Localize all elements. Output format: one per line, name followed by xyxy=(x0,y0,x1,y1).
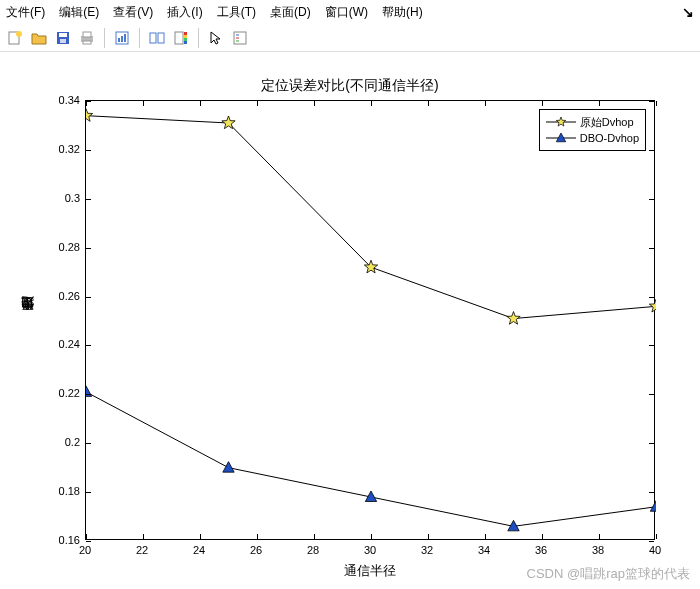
link-icon xyxy=(149,30,165,46)
colorbar-button[interactable] xyxy=(170,27,192,49)
menu-desktop[interactable]: 桌面(D) xyxy=(270,4,311,21)
save-button[interactable] xyxy=(52,27,74,49)
menu-view[interactable]: 查看(V) xyxy=(113,4,153,21)
legend-box[interactable]: 原始DvhopDBO-Dvhop xyxy=(539,109,646,151)
star-marker-icon xyxy=(546,115,576,129)
y-tick-label: 0.16 xyxy=(40,534,80,546)
svg-rect-9 xyxy=(118,38,120,42)
svg-rect-7 xyxy=(83,41,91,44)
menu-tools[interactable]: 工具(T) xyxy=(217,4,256,21)
print-button[interactable] xyxy=(76,27,98,49)
colorbar-icon xyxy=(173,30,189,46)
y-tick-label: 0.24 xyxy=(40,338,80,350)
y-tick-label: 0.28 xyxy=(40,241,80,253)
svg-marker-27 xyxy=(649,299,656,312)
edit-plot-icon xyxy=(114,30,130,46)
chart-title: 定位误差对比(不同通信半径) xyxy=(0,77,700,95)
svg-rect-6 xyxy=(83,32,91,37)
y-tick-label: 0.3 xyxy=(40,192,80,204)
svg-rect-14 xyxy=(175,32,183,44)
svg-marker-23 xyxy=(86,109,93,122)
x-axis-label: 通信半径 xyxy=(85,562,655,580)
print-icon xyxy=(79,30,95,46)
y-tick-label: 0.32 xyxy=(40,143,80,155)
svg-rect-11 xyxy=(124,34,126,42)
svg-marker-29 xyxy=(223,462,234,473)
svg-rect-19 xyxy=(234,32,246,44)
y-tick-label: 0.26 xyxy=(40,290,80,302)
legend-icon xyxy=(232,30,248,46)
x-tick-label: 24 xyxy=(193,544,205,556)
toolbar xyxy=(0,24,700,52)
x-tick-label: 38 xyxy=(592,544,604,556)
y-tick-label: 0.2 xyxy=(40,436,80,448)
triangle-marker-icon xyxy=(546,131,576,145)
dock-arrow-icon[interactable]: ↘ xyxy=(682,4,694,20)
x-tick-label: 26 xyxy=(250,544,262,556)
edit-plot-button[interactable] xyxy=(111,27,133,49)
svg-marker-36 xyxy=(556,133,566,142)
x-tick-label: 40 xyxy=(649,544,661,556)
y-tick-label: 0.34 xyxy=(40,94,80,106)
plot-canvas xyxy=(86,101,656,541)
legend-label: DBO-Dvhop xyxy=(580,132,639,144)
svg-marker-32 xyxy=(650,501,656,512)
svg-rect-13 xyxy=(158,33,164,43)
x-tick-label: 22 xyxy=(136,544,148,556)
svg-marker-24 xyxy=(222,116,235,129)
y-axis-label: 平均定位误差 xyxy=(18,100,36,540)
legend-entry: 原始Dvhop xyxy=(546,114,639,130)
chart-axes[interactable]: 原始DvhopDBO-Dvhop xyxy=(85,100,655,540)
new-figure-icon xyxy=(7,30,23,46)
x-tick-label: 30 xyxy=(364,544,376,556)
y-tick-label: 0.18 xyxy=(40,485,80,497)
new-figure-button[interactable] xyxy=(4,27,26,49)
menu-insert[interactable]: 插入(I) xyxy=(167,4,202,21)
toolbar-separator xyxy=(139,28,140,48)
pointer-button[interactable] xyxy=(205,27,227,49)
svg-marker-26 xyxy=(507,312,520,325)
svg-rect-12 xyxy=(150,33,156,43)
insert-legend-button[interactable] xyxy=(229,27,251,49)
menu-window[interactable]: 窗口(W) xyxy=(325,4,368,21)
save-icon xyxy=(55,30,71,46)
pointer-icon xyxy=(208,30,224,46)
toolbar-separator xyxy=(198,28,199,48)
legend-label: 原始Dvhop xyxy=(580,115,634,130)
x-tick-label: 32 xyxy=(421,544,433,556)
x-tick-label: 36 xyxy=(535,544,547,556)
x-tick-label: 34 xyxy=(478,544,490,556)
legend-entry: DBO-Dvhop xyxy=(546,130,639,146)
svg-marker-34 xyxy=(556,117,566,126)
open-button[interactable] xyxy=(28,27,50,49)
svg-rect-18 xyxy=(184,41,187,44)
y-tick-label: 0.22 xyxy=(40,387,80,399)
menu-edit[interactable]: 编辑(E) xyxy=(59,4,99,21)
svg-rect-17 xyxy=(184,38,187,41)
figure-area: 定位误差对比(不同通信半径) 平均定位误差 通信半径 原始DvhopDBO-Dv… xyxy=(0,55,700,589)
open-icon xyxy=(31,30,47,46)
link-axes-button[interactable] xyxy=(146,27,168,49)
svg-rect-3 xyxy=(59,33,67,37)
menu-bar: 文件(F) 编辑(E) 查看(V) 插入(I) 工具(T) 桌面(D) 窗口(W… xyxy=(0,0,700,24)
svg-rect-10 xyxy=(121,36,123,42)
svg-rect-16 xyxy=(184,35,187,38)
toolbar-separator xyxy=(104,28,105,48)
menu-file[interactable]: 文件(F) xyxy=(6,4,45,21)
x-tick-label: 20 xyxy=(79,544,91,556)
svg-rect-4 xyxy=(60,39,66,43)
svg-rect-15 xyxy=(184,32,187,35)
menu-help[interactable]: 帮助(H) xyxy=(382,4,423,21)
svg-point-1 xyxy=(16,31,22,37)
x-tick-label: 28 xyxy=(307,544,319,556)
